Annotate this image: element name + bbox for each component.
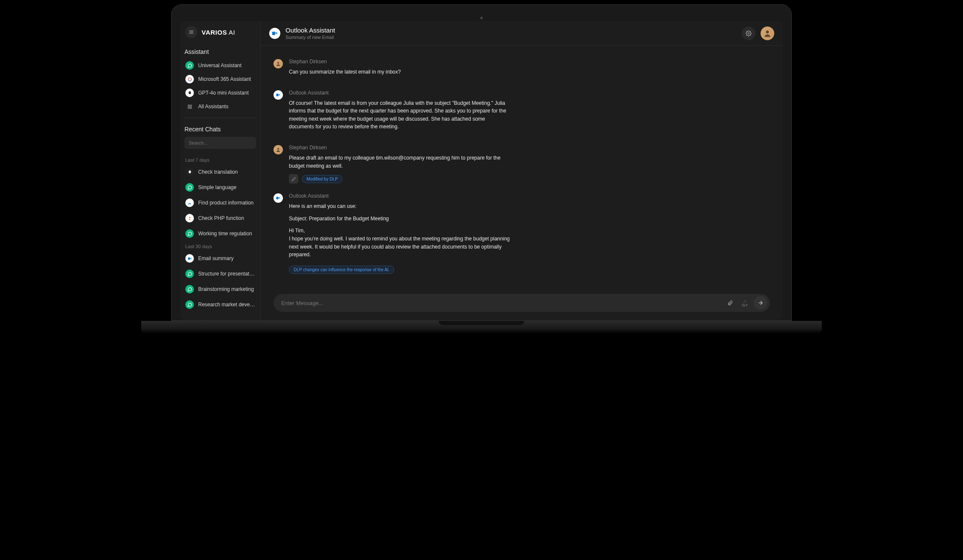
- sidebar-item-gpt4o-assistant[interactable]: GPT-4o mini Assistant: [184, 87, 256, 99]
- sidebar-item-label: GPT-4o mini Assistant: [198, 90, 249, 96]
- message-assistant: Outlook Assistant Of course! The latest …: [273, 90, 757, 135]
- user-avatar[interactable]: [761, 27, 774, 40]
- menu-button[interactable]: [185, 26, 197, 38]
- message-body: Of course! The latest email is from your…: [289, 99, 511, 131]
- time-group-label: Last 30 days: [185, 244, 256, 249]
- sidebar-item-label: Universal Assistant: [198, 62, 241, 68]
- settings-button[interactable]: [742, 27, 755, 40]
- sidebar-item-all-assistants[interactable]: All Assistants: [184, 101, 256, 113]
- sidebar-heading-recent: Recent Chats: [184, 126, 256, 133]
- sidebar: VARIOS AI Assistant Universal Assistant …: [180, 21, 261, 320]
- svg-rect-8: [190, 107, 191, 108]
- person-icon: [763, 29, 772, 38]
- chat-item-label: Check translation: [198, 169, 238, 175]
- svg-rect-7: [188, 107, 189, 108]
- svg-point-15: [277, 148, 279, 150]
- message-body: Can you summarize the latest email in my…: [289, 68, 511, 76]
- chat-list-30days: Email summary Structure for presentation…: [184, 252, 256, 311]
- chat-icon: [185, 61, 194, 70]
- chat-item-check-translation[interactable]: Check translation: [184, 165, 256, 179]
- chat-item-email-summary[interactable]: Email summary: [184, 252, 256, 265]
- message-input[interactable]: [281, 300, 721, 306]
- outlook-icon: [273, 193, 283, 203]
- chat-item-label: Check PHP function: [198, 215, 244, 221]
- sidebar-heading-assistant: Assistant: [184, 48, 256, 55]
- message-body: Please draft an email to my colleague ti…: [289, 154, 511, 170]
- chat-item-label: Structure for presentation: [198, 271, 255, 277]
- time-group-label: Last 7 days: [185, 157, 256, 163]
- screen-bezel: VARIOS AI Assistant Universal Assistant …: [171, 4, 792, 321]
- chat-item-brainstorming-marketing[interactable]: Brainstorming marketing: [184, 282, 256, 296]
- chat-icon: [185, 270, 194, 278]
- camera-icon: [480, 17, 483, 19]
- attach-button[interactable]: [725, 297, 736, 308]
- conversation: Stephan Dirksen Can you summarize the la…: [261, 46, 783, 288]
- app-window: VARIOS AI Assistant Universal Assistant …: [180, 21, 783, 320]
- sidebar-item-universal-assistant[interactable]: Universal Assistant: [184, 59, 256, 71]
- sidebar-item-m365-assistant[interactable]: Microsoft 365 Assistant: [184, 73, 256, 85]
- divider: [184, 118, 256, 118]
- paperclip-icon: [727, 300, 733, 306]
- confluence-icon: [185, 199, 194, 207]
- dlp-toggle-button[interactable]: DLP: [739, 297, 750, 308]
- svg-rect-16: [276, 197, 279, 199]
- search-input[interactable]: [184, 137, 256, 149]
- avatar: [273, 59, 283, 68]
- pencil-icon: [291, 177, 296, 181]
- edit-button[interactable]: [289, 174, 298, 184]
- message-sender: Outlook Assistant: [289, 193, 511, 199]
- message-sender: Outlook Assistant: [289, 90, 511, 96]
- svg-rect-6: [190, 105, 191, 106]
- svg-rect-5: [188, 105, 189, 106]
- chat-item-simple-language[interactable]: Simple language: [184, 181, 256, 194]
- svg-rect-9: [188, 257, 190, 260]
- chat-icon: [185, 300, 194, 309]
- page-title: Outlook Assistant: [285, 27, 737, 34]
- chat-item-label: Working time regulation: [198, 231, 252, 237]
- laptop-frame: VARIOS AI Assistant Universal Assistant …: [171, 4, 792, 334]
- laptop-base: [141, 321, 822, 334]
- outlook-icon: [269, 28, 280, 39]
- message-sender: Stephan Dirksen: [289, 145, 511, 151]
- chat-list-7days: Check translation Simple language Find p…: [184, 165, 256, 240]
- svg-point-12: [766, 30, 769, 33]
- chat-icon: [185, 183, 194, 192]
- chat-item-label: Research market develo...: [198, 302, 255, 308]
- dlp-info-note: DLP changes can influence the response o…: [289, 266, 394, 274]
- svg-rect-10: [272, 32, 275, 35]
- chat-icon: [185, 285, 194, 293]
- arrow-right-icon: [758, 300, 764, 306]
- chat-item-find-product-info[interactable]: Find product information: [184, 196, 256, 210]
- openai-icon: [185, 89, 194, 97]
- chat-item-label: Email summary: [198, 255, 234, 261]
- assistant-list: Universal Assistant Microsoft 365 Assist…: [184, 59, 256, 113]
- laptop-notch: [439, 321, 524, 325]
- php-icon: [185, 214, 194, 222]
- dlp-label: DLP: [742, 304, 748, 307]
- message-sender: Stephan Dirksen: [289, 59, 511, 65]
- chat-item-check-php[interactable]: Check PHP function: [184, 211, 256, 225]
- openai-dark-icon: [185, 168, 194, 176]
- avatar: [273, 145, 283, 154]
- composer: DLP: [273, 294, 770, 312]
- message-user: Stephan Dirksen Can you summarize the la…: [273, 59, 757, 80]
- main-panel: Outlook Assistant Summary of new Email: [261, 21, 783, 320]
- dlp-modified-badge: Modified by DLP: [302, 175, 342, 183]
- chat-item-structure-presentation[interactable]: Structure for presentation: [184, 267, 256, 281]
- wand-icon: [742, 299, 747, 304]
- hamburger-icon: [188, 29, 194, 35]
- send-button[interactable]: [754, 296, 767, 310]
- message-user: Stephan Dirksen Please draft an email to…: [273, 145, 757, 184]
- svg-rect-14: [276, 94, 279, 96]
- svg-point-13: [277, 62, 279, 64]
- grid-icon: [185, 102, 194, 111]
- chat-item-working-time[interactable]: Working time regulation: [184, 227, 256, 240]
- m365-icon: [185, 75, 194, 83]
- outlook-icon: [185, 254, 194, 263]
- chat-item-research-market[interactable]: Research market develo...: [184, 298, 256, 311]
- chat-item-label: Simple language: [198, 184, 236, 190]
- topbar: Outlook Assistant Summary of new Email: [261, 21, 783, 46]
- chat-icon: [185, 229, 194, 238]
- chat-item-label: Brainstorming marketing: [198, 286, 254, 292]
- message-body: Here is an email you can use: Subject: P…: [289, 202, 511, 259]
